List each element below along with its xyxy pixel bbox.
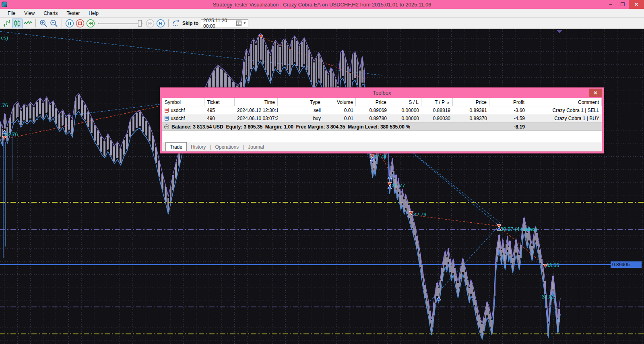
menu-bar: FileViewChartsTesterHelp — [0, 9, 644, 18]
candle-bar — [39, 99, 41, 114]
column-header-price[interactable]: Price — [453, 98, 489, 106]
candle-bar — [313, 62, 315, 87]
candle-bar — [320, 58, 322, 83]
bars-chart-icon — [4, 20, 10, 27]
skip-to-end-button[interactable] — [155, 19, 166, 28]
candle-bar — [97, 131, 99, 145]
tab-operations[interactable]: Operations — [211, 143, 243, 151]
cell: 0.00000 — [389, 116, 421, 121]
minimize-button[interactable]: – — [605, 0, 617, 9]
trendline — [0, 31, 382, 75]
pause-button[interactable] — [64, 19, 75, 28]
restore-button[interactable]: ❐ — [617, 0, 629, 9]
candle-bar — [407, 201, 408, 214]
trade-table-header[interactable]: SymbolTicketTimeTypeVolumePriceS / LT / … — [162, 98, 602, 106]
candle-bar — [481, 324, 483, 337]
toolbox-close-button[interactable]: ✕ — [589, 89, 602, 97]
chart-bars-button[interactable] — [2, 19, 12, 28]
column-header-price[interactable]: Price — [356, 98, 389, 106]
date-dropdown-arrow[interactable]: ▼ — [242, 21, 248, 25]
candle-bar — [318, 54, 320, 79]
column-header-sl[interactable]: S / L — [389, 98, 421, 106]
total-profit: -8.19 — [162, 124, 525, 130]
candle-bar — [85, 105, 86, 120]
candle-bar — [289, 49, 291, 74]
tab-journal[interactable]: Journal — [244, 143, 268, 151]
column-header-volume[interactable]: Volume — [323, 98, 356, 106]
chart-candles-button[interactable] — [12, 19, 23, 28]
candle-bar — [287, 45, 288, 70]
stop-button[interactable] — [75, 19, 85, 28]
trade-label: 32.78 — [373, 153, 386, 160]
menu-help[interactable]: Help — [84, 10, 103, 17]
price-chart[interactable]: es).7632.7632.7632.7832.7732.7930.97 (4 … — [0, 29, 644, 344]
close-button[interactable]: ✕ — [629, 0, 644, 9]
column-header-comment[interactable]: Comment — [527, 98, 602, 106]
speed-slider[interactable] — [98, 19, 142, 28]
chart-line-button[interactable] — [23, 19, 33, 28]
menu-tester[interactable]: Tester — [62, 10, 84, 17]
cell: 490 — [204, 116, 235, 121]
trade-row[interactable]: usdchf4902024.06.10 03:07:32buy0.010.897… — [162, 114, 602, 122]
tab-trade[interactable]: Trade — [165, 142, 187, 151]
candle-bar — [246, 50, 247, 75]
skip-date-value: 2025.11.20 00:00 — [203, 18, 236, 29]
candle-bar — [301, 42, 303, 67]
candle-bar — [94, 126, 96, 141]
candle-bar — [152, 136, 154, 151]
column-header-time[interactable]: Time — [235, 98, 278, 106]
balance-row: Balance: 3 813.54 USD Equity: 3 805.35 M… — [162, 122, 602, 131]
candle-bar — [91, 119, 93, 133]
toolbox-titlebar[interactable]: Toolbox ✕ — [160, 88, 604, 98]
slider-handle[interactable] — [138, 20, 142, 27]
cell: 0.90030 — [421, 116, 453, 121]
line-chart-icon — [24, 21, 32, 24]
candle-bar — [277, 45, 279, 70]
tab-history[interactable]: History — [187, 143, 210, 151]
trade-row[interactable]: usdchf4952024.06.12 12:30:15sell0.010.89… — [162, 106, 602, 114]
fast-forward-button[interactable] — [145, 19, 155, 28]
column-header-type[interactable]: Type — [278, 98, 323, 106]
candle-bar — [56, 109, 57, 124]
candle-bar — [110, 141, 112, 155]
column-header-tp[interactable]: T / P ▲ — [421, 98, 453, 106]
rewind-button[interactable] — [85, 19, 96, 28]
skip-to-icon — [172, 19, 181, 27]
zoom-out-icon — [50, 19, 58, 27]
menu-charts[interactable]: Charts — [39, 10, 62, 17]
skip-to-label: Skip to — [182, 21, 198, 26]
zoom-in-button[interactable] — [38, 19, 49, 28]
candle-bar — [357, 60, 358, 85]
skip-to-button[interactable] — [171, 19, 182, 28]
symbol-cell: usdchf — [171, 116, 185, 121]
candle-bar — [413, 222, 415, 235]
cell: -3.60 — [489, 108, 527, 113]
candle-bar — [316, 58, 317, 83]
candle-bar — [323, 65, 324, 90]
trade-label: 30.97 (4 trades) — [500, 226, 537, 232]
calendar-icon[interactable] — [236, 21, 242, 26]
candle-bar — [265, 45, 266, 70]
candle-bar — [303, 39, 305, 64]
toolbox-tabs: TradeHistory|Operations|Journal — [162, 142, 602, 151]
price-tag-value: 0.89405 — [612, 262, 630, 267]
skip-to-end-icon — [156, 19, 165, 28]
chart-area[interactable]: es).7632.7632.7632.7832.7732.7930.97 (4 … — [0, 29, 644, 344]
candlestick-icon — [15, 20, 20, 27]
menu-view[interactable]: View — [20, 10, 39, 17]
cell: 0.89370 — [453, 116, 489, 121]
candle-bar — [52, 102, 54, 116]
zoom-out-button[interactable] — [49, 19, 59, 28]
menu-file[interactable]: File — [3, 10, 20, 17]
candle-bar — [306, 45, 308, 70]
candle-bar — [279, 47, 281, 72]
candle-bar — [146, 121, 147, 136]
candle-bar — [248, 56, 250, 81]
column-header-profit[interactable]: Profit — [489, 98, 527, 106]
candle-bar — [104, 141, 105, 156]
column-header-symbol[interactable]: Symbol — [162, 98, 204, 106]
skip-date-input[interactable]: 2025.11.20 00:00 ▼ — [201, 19, 248, 27]
cell: 0.89069 — [356, 108, 389, 113]
column-header-ticket[interactable]: Ticket — [204, 98, 235, 106]
time-marker-icon — [556, 30, 563, 33]
